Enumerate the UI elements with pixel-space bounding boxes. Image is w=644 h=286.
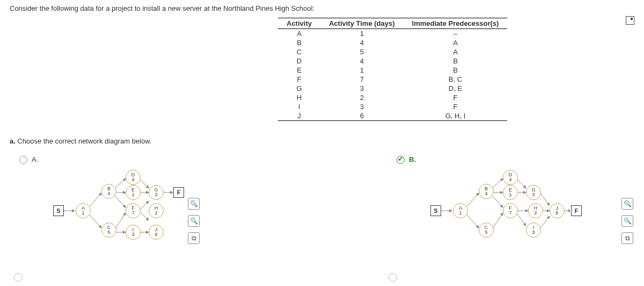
svg-line-23: [516, 178, 526, 188]
table-row: C5A: [278, 47, 507, 56]
node-d: D4: [503, 170, 518, 185]
node-b: B4: [101, 184, 116, 199]
next-option-hint: [389, 273, 397, 282]
svg-line-19: [492, 178, 503, 188]
svg-line-26: [516, 213, 526, 226]
popout-icon[interactable]: ⧉: [188, 232, 200, 244]
node-h: H2: [149, 203, 164, 218]
table-row: H2F: [278, 93, 507, 102]
question-prompt: Consider the following data for a projec…: [10, 4, 634, 12]
finish-node: F: [173, 187, 184, 198]
option-a-label: A.: [32, 155, 193, 163]
col-time: Activity Time (days): [320, 18, 404, 29]
diagram-b: S A1 B4 C5 D4 E1 F7 G3 H2 I3 J6 F: [430, 169, 570, 244]
activity-table: Activity Activity Time (days) Immediate …: [278, 18, 634, 121]
svg-line-2: [90, 193, 101, 206]
svg-line-18: [467, 215, 479, 228]
radio-b[interactable]: [397, 156, 405, 164]
zoom-in-icon[interactable]: 🔍: [621, 198, 633, 210]
radio-a[interactable]: [19, 156, 27, 164]
node-c: C5: [479, 223, 494, 238]
table-row: D4B: [278, 56, 507, 66]
option-a[interactable]: A.: [19, 155, 193, 244]
popout-icon[interactable]: ⧉: [621, 232, 633, 244]
table-row: A1–: [278, 29, 507, 39]
zoom-out-icon[interactable]: 🔍: [621, 215, 633, 227]
option-b[interactable]: B.: [397, 155, 570, 244]
option-b-label: B.: [409, 155, 570, 163]
node-i: I3: [526, 223, 541, 238]
node-h: H2: [528, 203, 543, 218]
next-option-hint: [14, 273, 23, 282]
table-row: J6G, H, I: [278, 111, 507, 121]
svg-line-27: [540, 194, 550, 205]
svg-line-6: [115, 196, 126, 208]
node-b: B4: [479, 184, 494, 199]
col-activity: Activity: [278, 18, 320, 29]
diagram-a-tools: 🔍 🔍 ⧉: [188, 198, 200, 244]
diagram-a: S A1 B4 C5 D4 E1 F7 I3 G3 H2 J6 F: [53, 169, 193, 244]
table-row: B4A: [278, 38, 507, 47]
table-row: E1B: [278, 66, 507, 75]
table-row: G3D, E: [278, 84, 507, 93]
svg-line-7: [115, 213, 126, 229]
start-node: S: [53, 205, 64, 216]
node-i: I3: [126, 225, 141, 240]
node-d: D4: [126, 170, 141, 185]
node-e: E1: [503, 185, 518, 200]
svg-line-17: [467, 193, 479, 206]
col-pred: Immediate Predecessor(s): [404, 18, 508, 29]
svg-line-9: [139, 178, 149, 188]
start-node: S: [430, 205, 441, 216]
node-j: J6: [149, 225, 164, 240]
node-a: A1: [453, 203, 468, 218]
zoom-in-icon[interactable]: 🔍: [188, 198, 200, 210]
node-f: F7: [503, 203, 518, 218]
node-f: F7: [126, 203, 141, 218]
svg-line-29: [540, 216, 550, 228]
node-g: G3: [149, 185, 164, 200]
part-a: a. Choose the correct network diagram be…: [10, 137, 634, 145]
flag-icon[interactable]: [626, 16, 634, 25]
finish-node: F: [571, 205, 582, 216]
table-row: F7B, C: [278, 75, 507, 84]
svg-line-22: [492, 213, 503, 229]
zoom-out-icon[interactable]: 🔍: [188, 215, 200, 227]
node-g: G3: [526, 185, 541, 200]
node-j: J6: [550, 203, 565, 218]
table-row: I3F: [278, 102, 507, 111]
node-e: E1: [126, 185, 141, 200]
svg-line-4: [115, 178, 126, 188]
svg-line-3: [90, 215, 101, 228]
node-a: A1: [76, 203, 91, 218]
svg-line-21: [492, 196, 503, 208]
diagram-b-tools: 🔍 🔍 ⧉: [621, 198, 633, 244]
node-c: C5: [101, 223, 116, 238]
